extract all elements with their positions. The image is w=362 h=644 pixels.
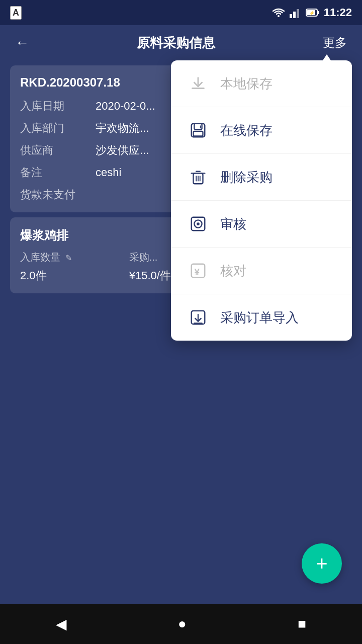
- local-save-label: 本地保存: [220, 75, 273, 93]
- yen-icon: ¥: [189, 261, 208, 280]
- svg-rect-2: [293, 12, 296, 18]
- bottom-nav: ◀ ● ■: [0, 604, 362, 644]
- dropdown-menu: 本地保存 在线保存 删除采购: [171, 60, 352, 341]
- svg-text:⚡: ⚡: [309, 10, 315, 16]
- menu-item-audit[interactable]: 审核: [171, 201, 352, 248]
- svg-rect-6: [318, 11, 319, 14]
- menu-item-local-save[interactable]: 本地保存: [171, 60, 352, 107]
- delete-icon-wrap: [186, 165, 210, 189]
- audit-icon: [189, 214, 208, 233]
- wifi-icon: [272, 8, 286, 18]
- reconcile-icon-wrap: ¥: [186, 259, 210, 283]
- download-icon: [189, 74, 208, 93]
- import-label: 采购订单导入: [220, 309, 299, 327]
- svg-point-19: [197, 222, 200, 225]
- svg-point-0: [278, 15, 280, 17]
- date-label: 入库日期: [20, 99, 96, 114]
- audit-icon-wrap: [186, 212, 210, 236]
- local-save-icon-wrap: [186, 71, 210, 96]
- dropdown-arrow: [321, 54, 333, 63]
- trash-icon: [189, 168, 208, 187]
- remark-label: 备注: [20, 165, 96, 180]
- supplier-label: 供应商: [20, 143, 96, 158]
- dept-value: 宇欢物流...: [96, 121, 149, 136]
- menu-item-reconcile[interactable]: ¥ 核对: [171, 248, 352, 294]
- date-value: 2020-02-0...: [96, 100, 155, 113]
- top-nav: ← 原料采购信息 更多: [0, 25, 362, 60]
- signal-icon: [290, 7, 302, 18]
- status-bar: A ⚡ 11:22: [0, 0, 362, 25]
- col1-value: 2.0件: [20, 268, 124, 283]
- back-nav-icon[interactable]: ◀: [51, 611, 72, 637]
- dept-label: 入库部门: [20, 121, 96, 136]
- back-button[interactable]: ←: [10, 30, 34, 56]
- menu-item-delete[interactable]: 删除采购: [171, 154, 352, 201]
- add-icon: +: [316, 553, 327, 574]
- delete-label: 删除采购: [220, 169, 273, 186]
- a-icon: A: [10, 6, 22, 20]
- online-save-icon-wrap: [186, 118, 210, 142]
- svg-rect-10: [194, 131, 203, 136]
- recents-nav-icon[interactable]: ■: [293, 611, 311, 637]
- svg-rect-3: [297, 9, 299, 18]
- status-time: 11:22: [324, 6, 352, 19]
- battery-icon: ⚡: [306, 8, 320, 18]
- audit-label: 审核: [220, 215, 246, 233]
- supplier-value: 沙发供应...: [96, 143, 149, 158]
- import-icon-wrap: [186, 305, 210, 330]
- svg-rect-1: [290, 14, 292, 18]
- online-save-label: 在线保存: [220, 122, 273, 139]
- reconcile-label: 核对: [220, 262, 246, 280]
- menu-item-import[interactable]: 采购订单导入: [171, 294, 352, 341]
- more-button[interactable]: 更多: [318, 30, 352, 56]
- remark-value: ceshi: [96, 166, 121, 179]
- import-icon: [189, 308, 208, 327]
- svg-text:¥: ¥: [194, 267, 200, 277]
- home-nav-icon[interactable]: ●: [173, 611, 192, 637]
- col1-header: 入库数量 ✎: [20, 251, 124, 264]
- menu-item-online-save[interactable]: 在线保存: [171, 107, 352, 154]
- save-icon: [189, 121, 208, 140]
- page-title: 原料采购信息: [34, 34, 318, 52]
- fab-add-button[interactable]: +: [302, 543, 342, 584]
